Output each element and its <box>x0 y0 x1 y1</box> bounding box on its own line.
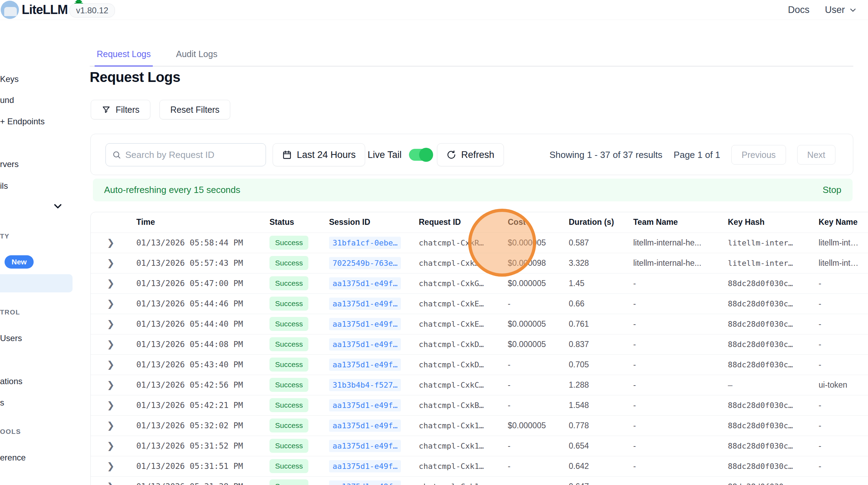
cost-cell: - <box>508 299 511 308</box>
chevron-right-icon[interactable]: ❯ <box>107 298 115 309</box>
table-row[interactable]: ❯ 01/13/2026 05:43:40 PM Success aa1375d… <box>91 354 868 375</box>
table-row[interactable]: ❯ 01/13/2026 05:58:44 PM Success 31bfa1c… <box>91 233 868 253</box>
cost-cell: - <box>508 360 511 369</box>
sidebar-item-ils[interactable]: ils <box>0 181 8 191</box>
toggle-knob <box>419 148 433 162</box>
sidebar-item-s[interactable]: s <box>0 398 4 408</box>
table-row[interactable]: ❯ 01/13/2026 05:47:00 PM Success aa1375d… <box>91 273 868 293</box>
column-header-team-name: Team Name <box>633 212 728 233</box>
duration-cell: 0.654 <box>569 441 589 450</box>
table-row[interactable]: ❯ 01/13/2026 05:32:02 PM Success aa1375d… <box>91 415 868 436</box>
sidebar-item-users[interactable]: Users <box>0 333 22 343</box>
chevron-right-icon[interactable]: ❯ <box>107 380 115 390</box>
row-expander: ❯ <box>91 233 136 253</box>
table-row[interactable]: ❯ 01/13/2026 05:42:21 PM Success aa1375d… <box>91 395 868 415</box>
key-hash-cell: litellm-inter… <box>728 259 793 268</box>
time-cell: 01/13/2026 05:32:02 PM <box>136 421 243 430</box>
key-hash-cell: 88dc28d0f030c… <box>728 462 793 471</box>
table-row[interactable]: ❯ 01/13/2026 05:57:43 PM Success 7022549… <box>91 253 868 273</box>
session-id-link[interactable]: 31bfa1cf-0ebe… <box>329 237 401 249</box>
session-id-link[interactable]: aa1375d1-e49f… <box>329 440 401 452</box>
time-cell: 01/13/2026 05:31:51 PM <box>136 462 243 471</box>
table-row[interactable]: ❯ 01/13/2026 05:42:56 PM Success 31b3b4b… <box>91 375 868 395</box>
sidebar-section-ty: TY <box>0 233 9 240</box>
search-input[interactable] <box>125 150 260 160</box>
session-id-link[interactable]: aa1375d1-e49f… <box>329 399 401 411</box>
sidebar-item-und[interactable]: und <box>0 95 14 105</box>
tab-audit-logs[interactable]: Audit Logs <box>174 46 219 66</box>
table-row[interactable]: ❯ 01/13/2026 05:31:51 PM Success aa1375d… <box>91 456 868 476</box>
filters-button[interactable]: Filters <box>91 100 150 119</box>
session-id-link[interactable]: aa1375d1-e49f… <box>329 420 401 432</box>
duration-cell: 3.328 <box>569 258 589 268</box>
session-id-link[interactable]: aa1375d1-e49f… <box>329 480 401 485</box>
sidebar-item-erence[interactable]: erence <box>0 453 26 463</box>
time-range-button[interactable]: Last 24 Hours <box>273 143 365 166</box>
toolbar-card: Last 24 Hours Live Tail Refresh Showing … <box>90 134 853 175</box>
cost-cell: $0.000005 <box>508 340 546 349</box>
sidebar-item-selected[interactable] <box>0 274 73 292</box>
session-id-link[interactable]: aa1375d1-e49f… <box>329 359 401 371</box>
request-id-cell: chatcmpl-CxkD… <box>419 340 484 349</box>
table-row[interactable]: ❯ 01/13/2026 05:44:08 PM Success aa1375d… <box>91 334 868 354</box>
filter-row: Filters Reset Filters <box>91 100 230 119</box>
sidebar-item-keys[interactable]: Keys <box>0 74 19 84</box>
duration-cell: 0.66 <box>569 299 585 308</box>
time-cell: 01/13/2026 05:42:21 PM <box>136 401 243 410</box>
time-cell: 01/13/2026 05:47:00 PM <box>136 279 243 288</box>
sidebar-collapse-chevron-icon[interactable] <box>52 200 64 212</box>
cost-cell: $0.000005 <box>508 279 546 288</box>
search-icon <box>112 150 121 160</box>
sidebar-item-rvers[interactable]: rvers <box>0 159 19 169</box>
chevron-right-icon[interactable]: ❯ <box>107 461 115 471</box>
live-tail-toggle[interactable] <box>409 149 432 161</box>
chevron-right-icon[interactable]: ❯ <box>107 278 115 289</box>
team-name-cell: litellm-internal-he... <box>633 238 701 247</box>
chevron-right-icon[interactable]: ❯ <box>107 359 115 370</box>
refresh-button[interactable]: Refresh <box>437 143 504 166</box>
page-info: Page 1 of 1 <box>674 150 720 160</box>
time-range-label: Last 24 Hours <box>297 150 356 160</box>
session-id-link[interactable]: aa1375d1-e49f… <box>329 460 401 472</box>
user-menu-label: User <box>825 5 845 15</box>
table-row[interactable]: ❯ 01/13/2026 05:44:40 PM Success aa1375d… <box>91 314 868 334</box>
session-id-link[interactable]: aa1375d1-e49f… <box>329 277 401 290</box>
next-button[interactable]: Next <box>797 145 835 165</box>
stop-auto-refresh-link[interactable]: Stop <box>823 185 842 195</box>
chevron-right-icon[interactable]: ❯ <box>107 237 115 248</box>
sidebar-item-endpoints[interactable]: + Endpoints <box>0 117 45 126</box>
key-name-cell: - <box>819 462 821 471</box>
table-row[interactable]: ❯ 01/13/2026 05:44:46 PM Success aa1375d… <box>91 293 868 314</box>
duration-cell: 1.548 <box>569 401 589 410</box>
version-badge: v1.80.12 <box>69 4 115 18</box>
chevron-right-icon[interactable]: ❯ <box>107 420 115 431</box>
row-expander: ❯ <box>91 273 136 293</box>
chevron-right-icon[interactable]: ❯ <box>107 441 115 451</box>
session-id-link[interactable]: 31b3b4b4-f527… <box>329 379 401 391</box>
cost-cell: - <box>508 401 511 410</box>
session-id-link[interactable]: aa1375d1-e49f… <box>329 318 401 330</box>
logs-table-card: TimeStatusSession IDRequest IDCostDurati… <box>90 212 868 485</box>
docs-link[interactable]: Docs <box>788 5 809 15</box>
team-name-cell: - <box>633 299 636 308</box>
user-menu[interactable]: User <box>825 5 857 15</box>
table-row[interactable]: ❯ 01/13/2026 05:31:38 PM Success aa1375d… <box>91 476 868 485</box>
cost-cell: $0.000005 <box>508 238 546 247</box>
duration-cell: 0.837 <box>569 340 589 349</box>
table-row[interactable]: ❯ 01/13/2026 05:31:52 PM Success aa1375d… <box>91 436 868 456</box>
chevron-right-icon[interactable]: ❯ <box>107 319 115 329</box>
chevron-right-icon[interactable]: ❯ <box>107 258 115 268</box>
chevron-right-icon[interactable]: ❯ <box>107 481 115 485</box>
status-badge: Success <box>269 459 308 473</box>
chevron-right-icon[interactable]: ❯ <box>107 400 115 410</box>
team-name-cell: litellm-internal-he... <box>633 258 701 268</box>
chevron-right-icon[interactable]: ❯ <box>107 339 115 349</box>
session-id-link[interactable]: aa1375d1-e49f… <box>329 298 401 310</box>
sidebar-item-ations[interactable]: ations <box>0 376 22 386</box>
session-id-link[interactable]: aa1375d1-e49f… <box>329 338 401 351</box>
previous-button[interactable]: Previous <box>731 145 786 165</box>
reset-filters-label: Reset Filters <box>170 105 219 115</box>
tab-request-logs[interactable]: Request Logs <box>95 46 153 67</box>
reset-filters-button[interactable]: Reset Filters <box>159 100 230 119</box>
session-id-link[interactable]: 7022549b-763e… <box>329 257 401 269</box>
